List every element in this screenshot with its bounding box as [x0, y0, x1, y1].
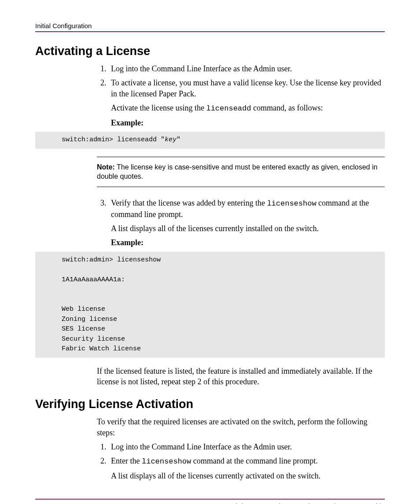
code-block-licenseadd: switch:admin> licenseadd "key" [35, 132, 385, 149]
example-label-1: Example: [111, 118, 385, 128]
section1-body: Log into the Command Line Interface as t… [97, 63, 385, 128]
step-2-activate-para: Activate the license using the licensead… [111, 103, 385, 114]
cmd-licenseshow: licenseshow [267, 199, 316, 208]
after-code-para: If the licensed feature is listed, the f… [97, 366, 385, 387]
step-3: Verify that the license was added by ent… [108, 198, 385, 248]
code-block-licenseshow: switch:admin> licenseshow 1A1AaAaaaAAAA1… [35, 252, 385, 358]
section2-intro: To verify that the required licenses are… [97, 416, 385, 438]
page-number: 26 [35, 502, 43, 504]
note-container: Note: The license key is case-sensitive … [97, 157, 385, 248]
doc-title-footer: Fabric OS Procedures Version 3.1.x/4.1.x… [228, 502, 385, 504]
step-2: To activate a license, you must have a v… [108, 77, 385, 128]
page-footer: 26 Fabric OS Procedures Version 3.1.x/4.… [35, 499, 385, 504]
step-3-list-para: A list displays all of the licenses curr… [111, 223, 385, 234]
note-text: The license key is case-sensitive and mu… [97, 163, 377, 180]
verify-step-2: Enter the licenseshow command at the com… [108, 456, 385, 481]
note-label: Note: [97, 163, 115, 171]
section2-body: To verify that the required licenses are… [97, 416, 385, 481]
cmd-licenseadd: licenseadd [206, 104, 251, 113]
verify-step-2-para: A list displays all of the licenses curr… [111, 471, 385, 481]
verify-step-1: Log into the Command Line Interface as t… [108, 441, 385, 452]
document-page: Initial Configuration Activating a Licen… [0, 0, 420, 504]
step-1: Log into the Command Line Interface as t… [108, 63, 385, 74]
heading-activating-license: Activating a License [35, 44, 385, 58]
cmd-licenseshow-2: licenseshow [142, 457, 191, 466]
running-header: Initial Configuration [35, 22, 385, 32]
example-label-2: Example: [111, 237, 385, 248]
section-name: Initial Configuration [35, 22, 92, 29]
note-block: Note: The license key is case-sensitive … [97, 157, 385, 187]
heading-verifying-license: Verifying License Activation [35, 397, 385, 411]
